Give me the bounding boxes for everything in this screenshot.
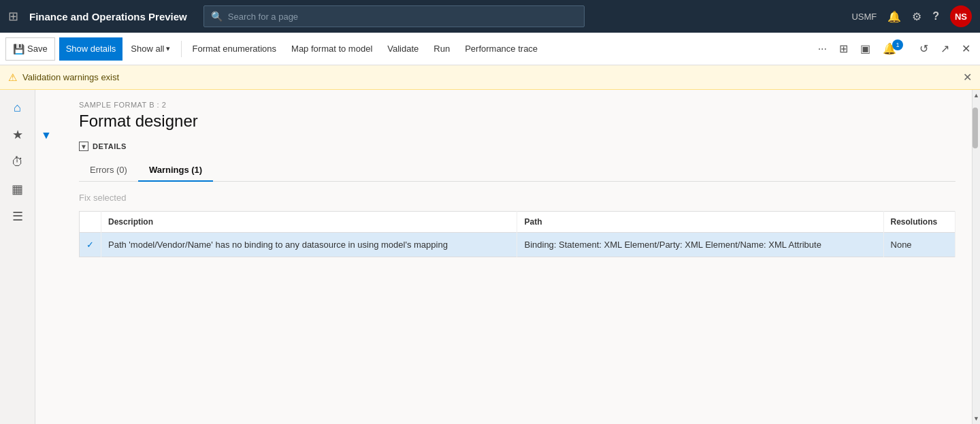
- page-title: Format designer: [79, 112, 956, 131]
- details-section: ▼ DETAILS Errors (0) Warnings (1) Fix se…: [79, 142, 956, 257]
- toolbar-notifications-button[interactable]: 🔔 1: [879, 39, 911, 58]
- right-scrollbar: ▲ ▼: [972, 90, 980, 424]
- main-page-content: SAMPLE FORMAT B : 2 Format designer ▼ DE…: [63, 90, 972, 424]
- toolbar-close-button[interactable]: ✕: [958, 39, 975, 58]
- sidebar-home-icon[interactable]: ⌂: [5, 95, 30, 120]
- monitor-icon: ▣: [860, 42, 870, 55]
- col-checkbox: [80, 212, 101, 233]
- sidebar-list-icon[interactable]: ☰: [5, 204, 30, 229]
- warning-close-button[interactable]: ✕: [963, 71, 972, 84]
- run-button[interactable]: Run: [427, 37, 457, 61]
- avatar[interactable]: NS: [950, 5, 972, 27]
- external-link-icon: ↗: [941, 42, 949, 55]
- bell-icon[interactable]: 🔔: [887, 10, 901, 23]
- col-path: Path: [517, 212, 883, 233]
- app-title: Finance and Operations Preview: [29, 11, 187, 22]
- search-input[interactable]: [228, 12, 577, 22]
- row-description-cell: Path 'model/Vendor/Name' has no binding …: [101, 233, 517, 257]
- user-label: USMF: [851, 12, 877, 22]
- validate-button[interactable]: Validate: [380, 37, 425, 61]
- save-icon: 💾: [13, 44, 24, 54]
- details-section-label: DETAILS: [93, 142, 127, 150]
- row-checkbox-cell[interactable]: ✓: [80, 233, 101, 257]
- scrollbar-thumb[interactable]: [973, 108, 978, 148]
- sidebar-grid-icon[interactable]: ▦: [5, 177, 30, 201]
- close-icon: ✕: [962, 42, 970, 55]
- save-button[interactable]: 💾 Save: [5, 37, 55, 61]
- toolbar-right: ··· ⊞ ▣ 🔔 1 ↺ ↗ ✕: [814, 39, 975, 58]
- toolbar: 💾 Save Show details Show all ▾ Format en…: [0, 33, 980, 65]
- toolbar-separator-1: [181, 41, 182, 57]
- left-sidebar: ⌂ ★ ⏱ ▦ ☰: [0, 90, 35, 424]
- toolbar-external-button[interactable]: ↗: [936, 39, 953, 58]
- row-resolutions-cell: None: [883, 233, 955, 257]
- main-layout: ⌂ ★ ⏱ ▦ ☰ ▼ SAMPLE FORMAT B : 2 Format d…: [0, 90, 980, 424]
- gear-icon[interactable]: ⚙: [912, 10, 921, 23]
- scrollbar-up-button[interactable]: ▲: [973, 90, 981, 101]
- breadcrumb: SAMPLE FORMAT B : 2: [79, 101, 956, 109]
- check-icon: ✓: [86, 240, 94, 250]
- tab-errors[interactable]: Errors (0): [79, 159, 138, 182]
- tabs-container: Errors (0) Warnings (1): [79, 159, 956, 182]
- row-path-cell: Binding: Statement: XML Element/Party: X…: [517, 233, 883, 257]
- collapse-icon[interactable]: ▼: [79, 142, 88, 151]
- content-area: ▼ SAMPLE FORMAT B : 2 Format designer ▼ …: [35, 90, 980, 424]
- top-nav-right: USMF 🔔 ⚙ ? NS: [851, 5, 972, 27]
- map-format-to-model-button[interactable]: Map format to model: [284, 37, 379, 61]
- table-header-row: Description Path Resolutions: [80, 212, 956, 233]
- more-icon: ···: [818, 43, 827, 55]
- show-details-button[interactable]: Show details: [59, 37, 123, 61]
- warning-icon: ⚠: [8, 71, 17, 84]
- show-all-button[interactable]: Show all ▾: [124, 37, 176, 61]
- toolbar-monitor-button[interactable]: ▣: [856, 39, 875, 58]
- search-icon: 🔍: [211, 11, 223, 22]
- col-description: Description: [101, 212, 517, 233]
- format-enumerations-button[interactable]: Format enumerations: [186, 37, 284, 61]
- toolbar-puzzle-button[interactable]: ⊞: [835, 39, 852, 58]
- scrollbar-down-button[interactable]: ▼: [973, 413, 981, 424]
- performance-trace-button[interactable]: Performance trace: [458, 37, 544, 61]
- top-navigation: ⊞ Finance and Operations Preview 🔍 USMF …: [0, 0, 980, 33]
- warnings-table: Description Path Resolutions ✓ Path 'mod…: [79, 211, 956, 257]
- col-resolutions: Resolutions: [883, 212, 955, 233]
- sidebar-clock-icon[interactable]: ⏱: [5, 150, 30, 174]
- sidebar-star-icon[interactable]: ★: [5, 123, 30, 147]
- warning-banner: ⚠ Validation warnings exist ✕: [0, 65, 980, 90]
- filter-icon[interactable]: ▼: [41, 129, 52, 141]
- refresh-icon: ↺: [919, 42, 928, 55]
- details-header: ▼ DETAILS: [79, 142, 956, 151]
- toolbar-more-button[interactable]: ···: [814, 40, 831, 58]
- app-grid-icon[interactable]: ⊞: [8, 9, 18, 24]
- tab-warnings[interactable]: Warnings (1): [138, 159, 213, 182]
- puzzle-icon: ⊞: [839, 42, 848, 55]
- toolbar-refresh-button[interactable]: ↺: [915, 39, 932, 58]
- chevron-down-icon: ▾: [166, 44, 170, 53]
- table-row[interactable]: ✓ Path 'model/Vendor/Name' has no bindin…: [80, 233, 956, 257]
- fix-selected-button[interactable]: Fix selected: [79, 193, 126, 203]
- warning-message: Validation warnings exist: [22, 72, 119, 82]
- help-icon[interactable]: ?: [932, 10, 939, 22]
- notification-badge: 1: [892, 39, 903, 50]
- search-bar-container: 🔍: [203, 5, 585, 27]
